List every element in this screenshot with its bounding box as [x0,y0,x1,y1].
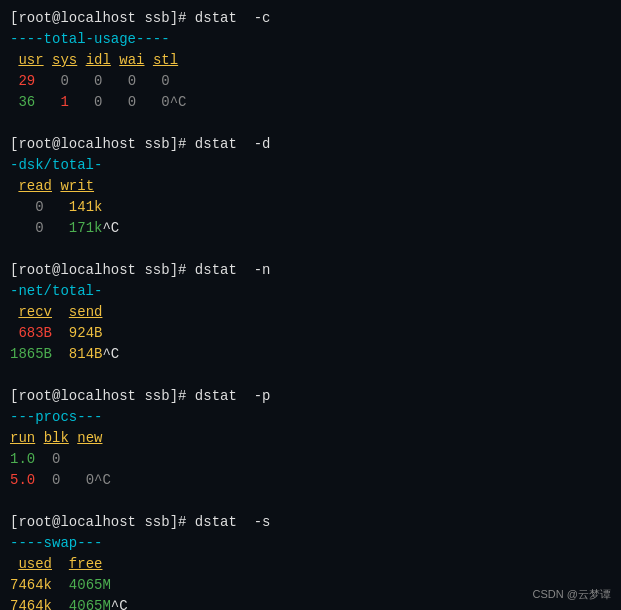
prompt-line-1: [root@localhost ssb]# dstat -c [10,8,611,29]
data-proc-1: 1.0 0 [10,449,611,470]
blank-4 [10,491,611,512]
header-proc: run blk new [10,428,611,449]
header-swap: used free [10,554,611,575]
data-swap-1: 7464k 4065M [10,575,611,596]
data-dsk-1: 0 141k [10,197,611,218]
header-net: recv send [10,302,611,323]
blank-3 [10,365,611,386]
separator-net: -net/total- [10,281,611,302]
data-proc-2: 5.0 0 0^C [10,470,611,491]
prompt-line-5: [root@localhost ssb]# dstat -s [10,512,611,533]
data-net-2: 1865B 814B^C [10,344,611,365]
data-swap-2: 7464k 4065M^C [10,596,611,610]
prompt-line-2: [root@localhost ssb]# dstat -d [10,134,611,155]
blank-1 [10,113,611,134]
data-cpu-2: 36 1 0 0 0^C [10,92,611,113]
terminal: [root@localhost ssb]# dstat -c ----total… [0,0,621,610]
watermark: CSDN @云梦谭 [533,586,611,603]
blank-2 [10,239,611,260]
data-net-1: 683B 924B [10,323,611,344]
separator-cpu: ----total-usage---- [10,29,611,50]
prompt-line-4: [root@localhost ssb]# dstat -p [10,386,611,407]
header-cpu: usr sys idl wai stl [10,50,611,71]
prompt-line-3: [root@localhost ssb]# dstat -n [10,260,611,281]
data-cpu-1: 29 0 0 0 0 [10,71,611,92]
separator-swap: ----swap--- [10,533,611,554]
separator-proc: ---procs--- [10,407,611,428]
separator-dsk: -dsk/total- [10,155,611,176]
data-dsk-2: 0 171k^C [10,218,611,239]
header-dsk: read writ [10,176,611,197]
